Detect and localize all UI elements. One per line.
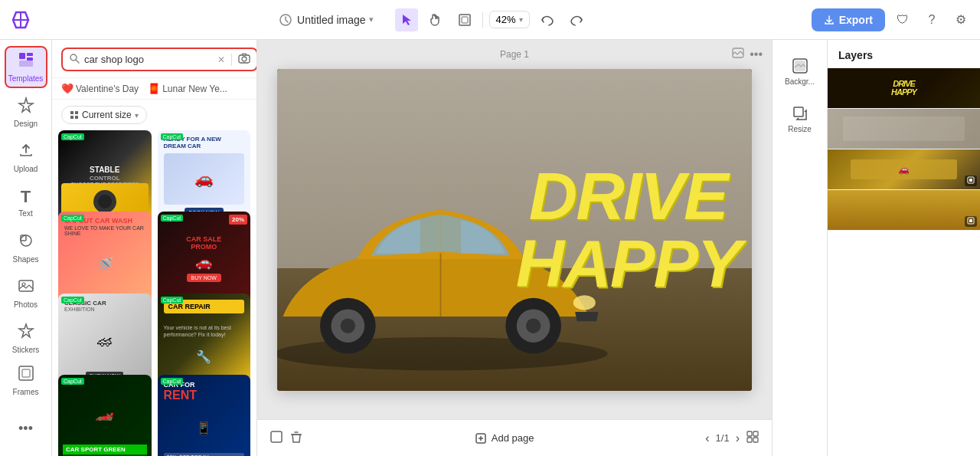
canvas-content[interactable]: DRIVE HAPPY [277, 69, 752, 391]
template-card[interactable]: CAR FOR RENT 📱 30% OFF TODAY CapCut [158, 375, 251, 456]
svg-rect-20 [70, 116, 74, 119]
current-size-filter-btn[interactable]: Current size ▾ [61, 106, 147, 124]
topbar: Page 1 Untitled image ▾ 42% ▾ [0, 0, 980, 40]
main-layout: Templates Design Upload T Text Shapes [0, 40, 980, 456]
sidebar-icons: Templates Design Upload T Text Shapes [0, 40, 52, 456]
layers-panel: Layers DRIVEHAPPY 🚗 [827, 40, 980, 456]
page-more-btn[interactable]: ••• [750, 48, 763, 61]
camera-search-btn[interactable] [238, 53, 250, 66]
delete-page-btn[interactable] [289, 430, 303, 447]
svg-line-15 [76, 60, 79, 63]
right-quick-tools: Backgr... Resize [772, 40, 827, 456]
canvas-drive-happy-text: DRIVE HAPPY [516, 162, 740, 297]
sidebar-item-frames[interactable]: Frames [5, 363, 47, 405]
bottom-bar: Add page ‹ 1/1 › [257, 419, 772, 456]
layer-item[interactable] [828, 109, 980, 149]
svg-point-17 [242, 57, 247, 61]
sidebar-item-stickers[interactable]: Stickers [5, 317, 47, 359]
search-bar: ✕ [52, 40, 256, 78]
svg-point-26 [341, 318, 355, 333]
trending-bar: ❤️ Valentine's Day 🧧 Lunar New Ye... [52, 78, 256, 100]
svg-rect-3 [462, 17, 468, 23]
prev-page-btn[interactable]: ‹ [705, 431, 709, 445]
layer-item[interactable]: 🚗 [828, 149, 980, 190]
svg-rect-19 [75, 111, 78, 114]
svg-rect-4 [19, 53, 25, 59]
sidebar-more-btn[interactable]: ••• [5, 408, 47, 450]
next-page-btn[interactable]: › [736, 431, 740, 445]
doc-title[interactable]: Page 1 Untitled image ▾ [297, 14, 374, 26]
template-card[interactable]: 🏎️ CAR SPORT GREEN $$$ SHOP CapCut [58, 375, 152, 456]
layer-item[interactable] [828, 190, 980, 231]
layer-item[interactable]: DRIVEHAPPY [828, 68, 980, 109]
resize-tool-btn[interactable]: Resize [778, 97, 822, 141]
zoom-control[interactable]: 42% ▾ [489, 11, 530, 28]
add-page-btn[interactable]: Add page [475, 432, 534, 445]
search-clear-btn[interactable]: ✕ [217, 54, 225, 65]
canvas-frame-btn[interactable] [270, 430, 283, 447]
svg-rect-40 [753, 438, 758, 442]
page-image-btn[interactable] [731, 46, 745, 63]
filter-bar: Current size ▾ [52, 100, 256, 130]
svg-rect-45 [969, 179, 972, 182]
trending-item-valentines[interactable]: ❤️ Valentine's Day [61, 83, 139, 94]
sidebar-item-photos[interactable]: Photos [5, 272, 47, 314]
svg-rect-18 [70, 111, 74, 114]
layers-title: Layers [828, 40, 980, 68]
search-icon [69, 53, 80, 66]
svg-rect-12 [19, 366, 33, 380]
template-card[interactable]: 20% CAR SALEPROMO 🚗 BUY NOW CapCut [158, 212, 251, 305]
svg-rect-37 [747, 431, 752, 436]
page-counter: 1/1 [716, 432, 730, 444]
template-card[interactable]: READY FOR A NEW DREAM CAR 🚗 BOOK NOW Cap… [158, 130, 251, 224]
sidebar-item-shapes[interactable]: Shapes [5, 227, 47, 269]
left-panel: ✕ ❤️ Valentine's Day 🧧 Lunar New Ye... [52, 40, 257, 456]
sidebar-item-upload[interactable]: Upload [5, 136, 47, 179]
template-card[interactable]: CLASSIC CAR EXHIBITION 🏎 SHOW NOW CapCut [58, 294, 152, 387]
svg-rect-21 [75, 116, 78, 119]
hand-tool-btn[interactable] [424, 8, 447, 31]
sidebar-item-design[interactable]: Design [5, 91, 47, 133]
svg-rect-5 [27, 53, 33, 56]
page-options: ••• [731, 46, 763, 63]
search-input-wrapper: ✕ [61, 48, 257, 71]
canvas-area: Page 1 ••• [257, 40, 772, 456]
search-input[interactable] [84, 54, 213, 65]
svg-point-11 [22, 283, 25, 286]
svg-rect-43 [794, 107, 803, 116]
svg-rect-2 [459, 15, 470, 25]
template-card[interactable]: CAPCUT CAR WASH WE LOVE TO MAKE YOUR CAR… [58, 212, 152, 305]
undo-btn[interactable] [536, 8, 559, 31]
trending-item-lunar[interactable]: 🧧 Lunar New Ye... [148, 83, 227, 94]
export-btn[interactable]: Export [812, 8, 885, 31]
svg-point-29 [526, 318, 541, 333]
shield-btn[interactable]: 🛡 [891, 8, 914, 31]
svg-rect-6 [27, 57, 33, 61]
svg-rect-13 [22, 369, 30, 377]
frame-tool-btn[interactable] [453, 8, 476, 31]
svg-rect-7 [19, 61, 33, 67]
sidebar-item-templates[interactable]: Templates [5, 46, 47, 88]
logo-icon[interactable] [8, 7, 34, 33]
select-tool-btn[interactable] [395, 8, 418, 31]
templates-grid: STABLE CONTROL CHOOSE THE BEST TIRES Cap… [52, 130, 256, 456]
background-tool-btn[interactable]: Backgr... [778, 49, 822, 93]
page-label: Page 1 [500, 49, 529, 60]
svg-rect-10 [19, 280, 33, 291]
help-btn[interactable]: ? [920, 8, 943, 31]
canvas-wrapper[interactable]: Page 1 ••• [257, 40, 772, 419]
svg-rect-38 [753, 431, 758, 436]
sidebar-item-text[interactable]: T Text [5, 182, 47, 224]
template-card[interactable]: CAR REPAIR Your vehicle is not at its be… [158, 294, 251, 387]
template-card[interactable]: STABLE CONTROL CHOOSE THE BEST TIRES Cap… [58, 130, 152, 224]
redo-btn[interactable] [565, 8, 588, 31]
svg-rect-39 [747, 438, 752, 442]
svg-rect-32 [271, 431, 282, 442]
settings-btn[interactable]: ⚙ [949, 8, 972, 31]
svg-rect-47 [969, 219, 972, 222]
grid-view-btn[interactable] [746, 430, 760, 447]
